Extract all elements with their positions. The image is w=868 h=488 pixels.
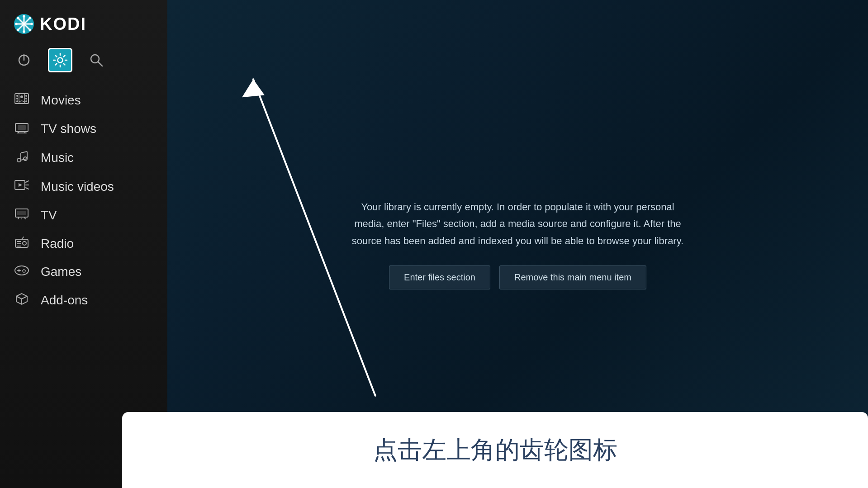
logo-area: KODI xyxy=(0,9,167,43)
svg-point-31 xyxy=(25,95,27,97)
svg-point-67 xyxy=(24,269,25,270)
games-icon xyxy=(14,264,30,279)
action-buttons: Enter files section Remove this main men… xyxy=(351,265,685,289)
svg-point-8 xyxy=(31,23,33,25)
svg-marker-73 xyxy=(242,79,265,97)
sidebar-item-games[interactable]: Games xyxy=(0,258,167,285)
enter-files-button[interactable]: Enter files section xyxy=(389,265,490,289)
svg-point-13 xyxy=(23,23,25,25)
radio-label: Radio xyxy=(41,237,74,251)
main-content: Your library is currently empty. In orde… xyxy=(167,0,868,488)
sidebar: KODI xyxy=(0,0,167,488)
svg-point-28 xyxy=(16,95,18,97)
svg-point-42 xyxy=(17,158,21,162)
svg-rect-41 xyxy=(18,125,26,130)
svg-point-68 xyxy=(25,270,26,272)
svg-point-12 xyxy=(17,29,19,31)
app-title: KODI xyxy=(40,14,86,34)
svg-point-10 xyxy=(29,29,31,31)
sidebar-item-radio[interactable]: Radio xyxy=(0,229,167,258)
svg-line-24 xyxy=(56,64,57,65)
sidebar-item-tvshows[interactable]: TV shows xyxy=(0,114,167,143)
tv-icon xyxy=(14,207,30,223)
svg-rect-56 xyxy=(17,211,26,215)
empty-library-box: Your library is currently empty. In orde… xyxy=(332,180,703,308)
movies-label: Movies xyxy=(41,93,81,108)
tv-label: TV xyxy=(41,208,57,223)
svg-point-64 xyxy=(15,266,28,275)
svg-point-33 xyxy=(25,100,27,102)
addons-icon xyxy=(14,292,30,308)
svg-point-11 xyxy=(29,17,31,19)
search-button[interactable] xyxy=(86,50,107,71)
svg-line-52 xyxy=(26,188,28,189)
music-icon xyxy=(14,149,30,166)
tvshows-label: TV shows xyxy=(41,122,96,136)
sidebar-item-music[interactable]: Music xyxy=(0,143,167,172)
kodi-app: KODI xyxy=(0,0,868,488)
svg-line-47 xyxy=(21,152,27,153)
svg-point-16 xyxy=(58,58,63,63)
kodi-logo-icon xyxy=(14,14,34,34)
music-label: Music xyxy=(41,151,74,165)
musicvideos-label: Music videos xyxy=(41,180,114,194)
svg-point-9 xyxy=(17,17,19,19)
power-button[interactable] xyxy=(14,50,34,71)
svg-point-6 xyxy=(23,31,25,33)
svg-point-30 xyxy=(16,100,18,102)
tvshows-icon xyxy=(14,121,30,137)
svg-line-50 xyxy=(26,181,28,182)
svg-point-7 xyxy=(15,23,18,25)
svg-point-5 xyxy=(23,15,25,18)
empty-library-text: Your library is currently empty. In orde… xyxy=(351,199,685,249)
radio-icon xyxy=(14,236,30,251)
movies-icon xyxy=(14,92,30,108)
svg-marker-49 xyxy=(19,183,22,187)
sidebar-item-tv[interactable]: TV xyxy=(0,201,167,229)
svg-point-29 xyxy=(16,98,18,99)
remove-menu-item-button[interactable]: Remove this main menu item xyxy=(499,265,646,289)
sidebar-item-addons[interactable]: Add-ons xyxy=(0,285,167,315)
games-label: Games xyxy=(41,265,81,279)
musicvideos-icon xyxy=(14,179,30,194)
svg-line-23 xyxy=(64,56,65,57)
svg-point-32 xyxy=(25,98,27,99)
svg-point-36 xyxy=(20,95,23,98)
settings-button[interactable] xyxy=(48,48,72,72)
svg-point-69 xyxy=(22,270,24,272)
svg-point-70 xyxy=(24,272,25,273)
main-layout: KODI xyxy=(0,0,868,488)
svg-point-59 xyxy=(23,242,26,245)
svg-line-26 xyxy=(98,62,102,66)
nav-items: Movies TV shows xyxy=(0,86,167,315)
svg-line-22 xyxy=(64,64,65,65)
sidebar-item-movies[interactable]: Movies xyxy=(0,86,167,114)
addons-label: Add-ons xyxy=(41,293,88,308)
sidebar-item-musicvideos[interactable]: Music videos xyxy=(0,172,167,201)
svg-point-57 xyxy=(21,218,22,219)
svg-line-21 xyxy=(56,56,57,57)
top-icons-bar xyxy=(0,43,167,81)
